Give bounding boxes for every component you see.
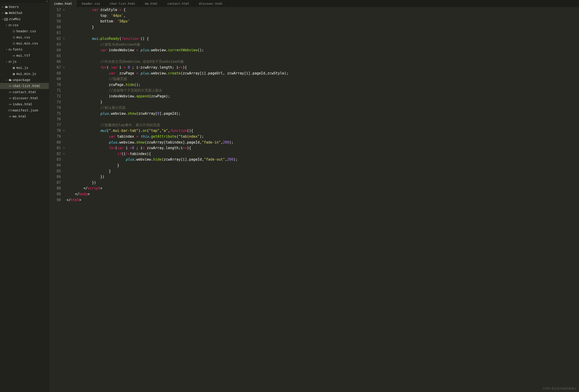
chevron-right-icon[interactable]: ▸: [5, 79, 8, 81]
code-line[interactable]: }: [67, 99, 579, 105]
tree-item[interactable]: ▸<>me.html: [0, 113, 49, 119]
code-line[interactable]: plus.webview.show(zcwArray[0].pageId);: [67, 111, 579, 117]
code-line[interactable]: //隐藏页面: [67, 76, 579, 82]
fold-toggle-icon[interactable]: ⊟: [62, 128, 66, 134]
tree-item[interactable]: ▸🖿Users: [0, 4, 49, 10]
code-line[interactable]: [67, 53, 579, 59]
tree-item[interactable]: ▸▭mui.ttf: [0, 52, 49, 59]
tree-item[interactable]: ▸▣mui.min.js: [0, 71, 49, 77]
code-line[interactable]: mui(".mui-bar-tab").on("tap","a",functio…: [67, 128, 579, 134]
code-line[interactable]: bottom: '50px': [67, 18, 579, 24]
fold-toggle-icon[interactable]: ⊟: [62, 65, 66, 71]
line-number: 63: [49, 42, 61, 48]
code-line[interactable]: if(i!=tabindex){: [67, 151, 579, 157]
code-line[interactable]: }: [67, 168, 579, 174]
fold-placeholder: [62, 111, 66, 117]
code-line[interactable]: }: [67, 162, 579, 168]
tree-item[interactable]: ▸<>discover.html: [0, 95, 49, 101]
code-line[interactable]: //批量绑定tap事件，展示不同的页面: [67, 122, 579, 128]
tree-item-label: mui.ttf: [16, 54, 30, 57]
chevron-right-icon[interactable]: ▸: [1, 6, 4, 8]
tree-item-label: chat-list.html: [13, 84, 40, 88]
code-line[interactable]: }): [67, 174, 579, 180]
tree-item[interactable]: ▸<>index.html: [0, 101, 49, 107]
code-line[interactable]: </body>: [67, 191, 579, 197]
tab-label: me.html: [145, 2, 158, 5]
fold-toggle-icon[interactable]: ⊟: [62, 145, 66, 151]
line-number: 87: [49, 180, 61, 186]
code-line[interactable]: </html>: [67, 197, 579, 203]
code-line[interactable]: }: [67, 24, 579, 30]
fold-toggle-icon[interactable]: ⊟: [62, 7, 66, 13]
tree-item[interactable]: ▸<>chat-list.html: [0, 83, 49, 89]
line-number: 86: [49, 174, 61, 180]
badge-5plus: 5+: [4, 18, 8, 21]
code-line[interactable]: plus.webview.show(zcwArray[tabindex].pag…: [67, 140, 579, 146]
fold-toggle-icon[interactable]: ⊟: [62, 36, 66, 42]
editor-tab[interactable]: contact.html: [163, 0, 194, 7]
code-line[interactable]: [67, 116, 579, 122]
tree-item[interactable]: ▸{}mui.css: [0, 34, 49, 40]
chevron-down-icon[interactable]: ▾: [1, 18, 4, 20]
code-editor[interactable]: 5758596061626364656667686970717273747576…: [49, 7, 579, 392]
code-line[interactable]: zcwPage.hide();: [67, 82, 579, 88]
editor-tab[interactable]: discover.html: [194, 0, 228, 7]
tree-item[interactable]: ▸🖿WebChat: [0, 10, 49, 16]
fold-placeholder: [62, 30, 66, 36]
folder-icon: 🖿: [4, 5, 8, 9]
editor-tab[interactable]: me.html: [140, 0, 163, 7]
fold-placeholder: [62, 76, 66, 82]
code-area[interactable]: var zcwStyle = { top: '44px', bottom: '5…: [66, 7, 579, 392]
code-line[interactable]: plus.webview.hide(zcwArray[i].pageId,"fa…: [67, 157, 579, 162]
tree-item-label: contact.html: [13, 90, 36, 94]
code-line[interactable]: //获取当前webview对象: [67, 42, 579, 48]
sidebar-menu-icon[interactable]: ≡: [46, 0, 48, 2]
fold-placeholder: [62, 105, 66, 111]
code-line[interactable]: </script>: [67, 185, 579, 191]
tree-item[interactable]: ▸🖿unpackage: [0, 77, 49, 83]
tree-item[interactable]: ▾5+zcwMui: [0, 16, 49, 22]
tree-item[interactable]: ▸{}mui.min.css: [0, 40, 49, 46]
chevron-down-icon[interactable]: ▾: [5, 60, 8, 63]
line-number: 70: [49, 82, 61, 88]
fold-placeholder: [62, 174, 66, 180]
tree-item[interactable]: ▾🗁js: [0, 59, 49, 65]
line-number: 67: [49, 65, 61, 71]
editor-tab[interactable]: header.css: [77, 0, 105, 7]
code-line[interactable]: var indexWebview = plus.webview.currentW…: [67, 47, 579, 53]
code-line[interactable]: //默认展示页面: [67, 105, 579, 111]
tree-item[interactable]: ▸{}header.css: [0, 28, 49, 34]
code-line[interactable]: var zcwPage = plus.webview.create(zcwArr…: [67, 71, 579, 76]
code-line[interactable]: var tabindex = this.getAttribute("tabind…: [67, 134, 579, 140]
code-line[interactable]: mui.plusReady(function () {: [67, 36, 579, 42]
tab-label: index.html: [54, 2, 72, 5]
code-line[interactable]: indexWebview.append(zcwPage);: [67, 93, 579, 99]
fold-placeholder: [62, 134, 66, 140]
code-line[interactable]: var zcwStyle = {: [67, 7, 579, 13]
tree-item[interactable]: ▸<>contact.html: [0, 89, 49, 95]
code-line[interactable]: }): [67, 180, 579, 186]
chevron-down-icon[interactable]: ▾: [5, 24, 8, 26]
line-number-gutter: 5758596061626364656667686970717273747576…: [49, 7, 62, 392]
html-file-icon: <>: [8, 91, 12, 94]
code-line[interactable]: top: '44px',: [67, 13, 579, 19]
tree-item[interactable]: ▾🗁fonts: [0, 46, 49, 52]
fold-toggle-icon[interactable]: ⊟: [62, 151, 66, 157]
chevron-right-icon[interactable]: ▸: [1, 12, 4, 14]
editor-tab[interactable]: index.html: [49, 0, 77, 7]
fold-column: ⊟⊟⊟⊟⊟⊟: [62, 7, 66, 392]
line-number: 80: [49, 140, 61, 146]
tree-item[interactable]: ▾🗁css: [0, 22, 49, 28]
folder-open-icon: 🗁: [8, 48, 12, 51]
chevron-down-icon[interactable]: ▾: [5, 48, 8, 51]
tree-item[interactable]: ▸▣mui.js: [0, 65, 49, 71]
folder-open-icon: 🗁: [8, 23, 12, 27]
fold-placeholder: [62, 180, 66, 186]
code-line[interactable]: for(var i =0 ; i< zcwArray.length;i++){: [67, 145, 579, 151]
code-line[interactable]: //向当前主页的webview 追加4张子页webview对象: [67, 59, 579, 65]
code-line[interactable]: for( var i = 0 ; i<zcwArray.length; i++)…: [67, 65, 579, 71]
code-line[interactable]: //追加每个子页面到主页面上面去: [67, 87, 579, 93]
editor-tab[interactable]: chat-list.html: [105, 0, 141, 7]
code-line[interactable]: [67, 30, 579, 36]
tree-item[interactable]: ▸{º}manifest.json: [0, 107, 49, 113]
